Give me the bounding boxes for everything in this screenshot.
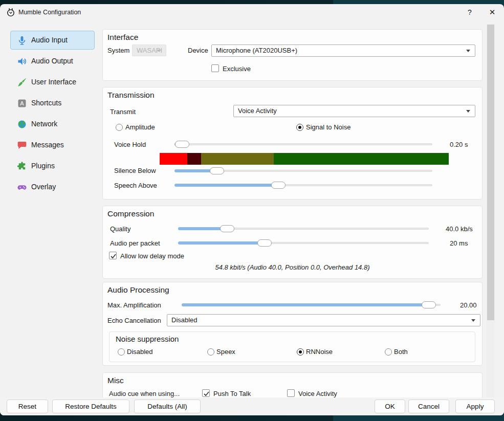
close-button[interactable]: ✕ (484, 4, 501, 20)
exclusive-label: Exclusive (223, 65, 251, 73)
noise-speex-radio[interactable] (207, 348, 214, 356)
amplitude-radio[interactable] (116, 124, 123, 131)
noise-both-radio[interactable] (385, 348, 392, 356)
meter-segment (274, 153, 449, 165)
sidebar-item-label: Plugins (31, 157, 55, 175)
low-delay-checkbox[interactable] (109, 252, 117, 259)
meter-segment (201, 153, 273, 165)
max-amplification-label: Max. Amplification (107, 301, 161, 309)
mumble-configuration-dialog: Mumble Configuration ? ✕ Audio Input (0, 4, 504, 415)
apply-button[interactable]: Apply (455, 400, 495, 413)
audio-level-meter (160, 153, 449, 165)
quality-value: 40.0 kb/s (446, 225, 473, 233)
max-amplification-slider[interactable] (182, 301, 441, 309)
scrollbar-track[interactable] (487, 24, 495, 398)
sidebar-item-label: Shortcuts (31, 94, 61, 112)
section-title-misc: Misc (107, 376, 124, 385)
device-select[interactable]: Microphone (AT2020USB+) (211, 45, 475, 57)
meter-segment (187, 153, 201, 165)
amplitude-label: Amplitude (125, 123, 155, 131)
noise-speex-label: Speex (216, 348, 235, 356)
slider-track[interactable] (174, 143, 432, 145)
signal-to-noise-label: Signal to Noise (306, 123, 350, 131)
voice-hold-label: Voice Hold (114, 141, 146, 148)
sidebar-item-plugins[interactable]: Plugins (10, 157, 95, 175)
noise-suppression-title: Noise suppression (116, 335, 179, 343)
system-select[interactable]: WASAPI (132, 45, 166, 56)
exclusive-checkbox[interactable] (211, 64, 219, 72)
voice-activity-checkbox[interactable] (287, 389, 295, 397)
transmit-select-value: Voice Activity (238, 107, 277, 115)
scrollbar-thumb[interactable] (487, 25, 494, 320)
device-label: Device (188, 47, 208, 54)
slider-handle[interactable] (175, 141, 189, 148)
reset-button[interactable]: Reset (7, 400, 48, 413)
speech-above-slider[interactable] (174, 181, 432, 189)
audio-cue-label: Audio cue when using... (109, 390, 180, 397)
title-bar[interactable]: Mumble Configuration ? ✕ (0, 4, 504, 20)
cancel-button[interactable]: Cancel (408, 400, 449, 413)
sidebar-item-audio-output[interactable]: Audio Output (10, 52, 95, 71)
silence-below-label: Silence Below (114, 167, 156, 174)
slider-handle[interactable] (271, 182, 286, 189)
microphone-icon (17, 35, 27, 46)
chevron-down-icon (157, 50, 161, 52)
meter-segment (160, 153, 187, 165)
sidebar-item-label: User Interface (31, 73, 76, 91)
signal-to-noise-radio[interactable] (296, 124, 303, 131)
noise-rnnoise-radio[interactable] (297, 348, 304, 356)
restore-defaults-button[interactable]: Restore Defaults (52, 400, 129, 413)
voice-activity-label: Voice Activity (298, 390, 337, 397)
slider-handle[interactable] (257, 239, 272, 247)
audio-per-packet-label: Audio per packet (110, 239, 160, 247)
transmit-label: Transmit (110, 108, 136, 116)
slider-handle[interactable] (422, 301, 436, 308)
mumble-logo-icon (6, 8, 15, 17)
sidebar-item-audio-input[interactable]: Audio Input (10, 31, 95, 50)
chevron-down-icon (466, 110, 470, 113)
desktop-backdrop: Mumble Configuration ? ✕ Audio Input (0, 0, 504, 421)
message-bubble-icon (17, 140, 27, 150)
slider-handle[interactable] (210, 167, 224, 174)
paintbrush-icon (17, 77, 27, 87)
sidebar-item-shortcuts[interactable]: A Shortcuts (10, 94, 95, 113)
noise-disabled-radio[interactable] (118, 348, 125, 356)
noise-disabled-label: Disabled (127, 348, 153, 356)
globe-icon (17, 119, 27, 129)
push-to-talk-checkbox[interactable] (202, 389, 210, 397)
section-title-audio-processing: Audio Processing (107, 285, 169, 295)
ok-button[interactable]: OK (375, 400, 405, 413)
sidebar-item-messages[interactable]: Messages (10, 136, 95, 154)
noise-rnnoise-label: RNNoise (306, 348, 333, 356)
slider-fill (182, 303, 429, 306)
max-amplification-value: 20.00 (460, 301, 477, 309)
section-title-compression: Compression (107, 209, 154, 218)
quality-slider[interactable] (178, 225, 429, 233)
echo-cancellation-label: Echo Cancellation (107, 317, 161, 324)
echo-cancellation-select[interactable]: Disabled (167, 314, 480, 326)
checkmark-icon (203, 390, 210, 397)
gamepad-icon (17, 182, 27, 192)
svg-text:A: A (20, 100, 24, 107)
low-delay-label: Allow low delay mode (120, 252, 184, 260)
sidebar-item-network[interactable]: Network (10, 115, 95, 134)
compression-section: Compression Quality 40.0 kb/s Audio per … (102, 206, 483, 279)
slider-fill (178, 241, 265, 245)
window-title: Mumble Configuration (18, 4, 81, 20)
key-a-icon: A (17, 98, 27, 108)
section-title-interface: Interface (107, 33, 138, 42)
help-button[interactable]: ? (461, 4, 478, 20)
echo-cancellation-value: Disabled (171, 316, 198, 324)
slider-handle[interactable] (220, 225, 234, 232)
noise-both-label: Both (394, 348, 408, 356)
noise-suppression-group: Noise suppression Disabled Speex RNNoise… (109, 331, 475, 362)
sidebar-item-user-interface[interactable]: User Interface (10, 73, 95, 92)
system-label: System (107, 47, 129, 54)
defaults-all-button[interactable]: Defaults (All) (134, 400, 201, 413)
device-select-value: Microphone (AT2020USB+) (216, 47, 297, 54)
voice-hold-slider[interactable] (174, 140, 432, 148)
sidebar-item-overlay[interactable]: Overlay (10, 178, 95, 196)
silence-below-slider[interactable] (174, 167, 432, 175)
transmit-select[interactable]: Voice Activity (233, 105, 475, 117)
audio-per-packet-slider[interactable] (178, 239, 429, 247)
